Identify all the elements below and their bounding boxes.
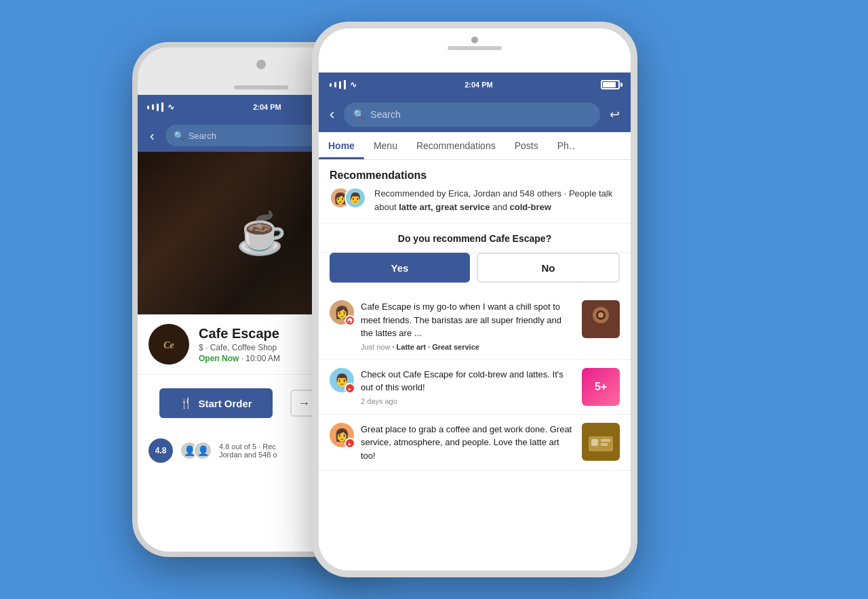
search-icon: 🔍 <box>174 131 184 141</box>
svg-rect-15 <box>601 439 610 442</box>
front-status-bar: ∿ 2:04 PM <box>319 73 631 97</box>
review-body-2: Check out Cafe Escape for cold-brew and … <box>361 368 575 405</box>
signal-bar-4 <box>161 102 163 112</box>
review-meta-1: Just now · Latte art · Great service <box>361 343 575 351</box>
phone-front: ∿ 2:04 PM ‹ 🔍 Search ↪ Home Menu <box>312 22 637 577</box>
review-thumb-2: 5+ <box>582 368 620 406</box>
review-text-1: Cafe Escape is my go-to when I want a ch… <box>361 300 575 340</box>
recommend-prompt: Do you recommend Cafe Escape? <box>319 224 631 253</box>
thumb-count: 5+ <box>582 368 620 406</box>
signal-bar-3 <box>157 104 159 111</box>
f-signal-bar-3 <box>339 81 341 89</box>
tab-posts[interactable]: Posts <box>505 132 548 159</box>
back-time: 2:04 PM <box>253 103 281 111</box>
svg-text:Ce: Ce <box>163 340 174 350</box>
order-icon: 🍴 <box>180 397 193 409</box>
svg-rect-14 <box>591 439 598 446</box>
front-back-button[interactable]: ‹ <box>327 103 337 126</box>
wifi-icon: ∿ <box>167 102 174 112</box>
avatar-stack: 👤 👤 <box>180 441 212 460</box>
tab-menu[interactable]: Menu <box>364 132 407 159</box>
f-signal-bar-1 <box>330 83 332 87</box>
cafe-hours: Open Now · 10:00 AM <box>199 354 280 363</box>
svg-text:▶: ▶ <box>349 441 351 445</box>
recommendations-header: Recommendations <box>319 160 631 187</box>
signal-bar-1 <box>147 106 149 109</box>
front-signal-icons: ∿ <box>330 80 357 89</box>
front-content: Recommendations 👩 👨 Recommended by Erica… <box>319 160 631 571</box>
cafe-meta: $ · Cafe, Coffee Shop <box>199 343 280 352</box>
svg-text:▶: ▶ <box>349 319 351 323</box>
f-signal-bar-4 <box>344 80 346 89</box>
front-time: 2:04 PM <box>465 81 493 89</box>
review-item-3: 👩 ▶ Great place to grab a coffee and get… <box>319 415 631 472</box>
back-camera <box>256 60 266 69</box>
front-tabs: Home Menu Recommendations Posts Ph… <box>319 132 631 160</box>
signal-icons: ∿ <box>147 102 174 112</box>
review-avatar-1: 👩 ▶ <box>330 300 354 325</box>
review-thumb-3 <box>582 423 620 461</box>
front-screen: ∿ 2:04 PM ‹ 🔍 Search ↪ Home Menu <box>319 73 631 571</box>
start-order-button[interactable]: 🍴 Start Order <box>159 388 273 418</box>
rec-avatar-2: 👨 <box>344 187 366 209</box>
front-speaker <box>448 46 502 50</box>
back-button[interactable]: ‹ <box>144 125 160 146</box>
front-wifi-icon: ∿ <box>350 80 357 89</box>
rating-badge: 4.8 <box>149 438 173 463</box>
front-camera <box>471 37 478 43</box>
signal-bar-2 <box>152 104 154 110</box>
review-badge-3: ▶ <box>344 438 355 449</box>
front-search-bar[interactable]: 🔍 Search <box>344 102 600 127</box>
yes-button[interactable]: Yes <box>330 253 470 283</box>
front-nav-bar: ‹ 🔍 Search ↪ <box>319 97 631 132</box>
review-item-1: 👩 ▶ Cafe Escape is my go-to when I want … <box>319 292 631 360</box>
rec-text: Recommended by Erica, Jordan and 548 oth… <box>374 187 620 213</box>
review-badge-2: ▶ <box>344 383 355 394</box>
search-label: Search <box>189 131 216 141</box>
review-meta-2: 2 days ago <box>361 397 575 405</box>
cafe-logo: Ce <box>149 324 189 365</box>
rating-text: 4.8 out of 5 · Rec Jordan and 548 o <box>219 442 277 459</box>
svg-rect-16 <box>601 443 608 446</box>
review-badge-1: ▶ <box>344 315 355 326</box>
tab-home[interactable]: Home <box>319 132 364 159</box>
review-text-2: Check out Cafe Escape for cold-brew and … <box>361 368 575 394</box>
cafe-details: Cafe Escape $ · Cafe, Coffee Shop Open N… <box>199 326 280 363</box>
review-body-3: Great place to grab a coffee and get wor… <box>361 423 575 463</box>
rec-summary: 👩 👨 Recommended by Erica, Jordan and 548… <box>319 187 631 224</box>
rec-avatars: 👩 👨 <box>330 187 366 209</box>
tab-recommendations[interactable]: Recommendations <box>407 132 505 159</box>
back-speaker <box>234 85 288 89</box>
review-thumb-1 <box>582 300 620 338</box>
no-button[interactable]: No <box>477 253 620 283</box>
svg-point-7 <box>598 312 604 318</box>
tab-photos[interactable]: Ph… <box>548 132 575 159</box>
cafe-name: Cafe Escape <box>199 326 280 342</box>
review-body-1: Cafe Escape is my go-to when I want a ch… <box>361 300 575 351</box>
svg-text:▶: ▶ <box>349 386 351 390</box>
front-share-button[interactable]: ↪ <box>607 104 623 125</box>
review-avatar-3: 👩 ▶ <box>330 423 354 447</box>
review-text-3: Great place to grab a coffee and get wor… <box>361 423 575 463</box>
front-battery-fill <box>603 82 616 87</box>
front-search-label: Search <box>370 109 400 120</box>
front-battery <box>601 80 620 89</box>
f-signal-bar-2 <box>334 82 336 87</box>
phone-top-bar <box>319 28 631 50</box>
rec-buttons: Yes No <box>319 253 631 292</box>
avatar-2: 👤 <box>193 441 212 460</box>
review-avatar-2: 👨 ▶ <box>330 368 354 392</box>
front-search-icon: 🔍 <box>353 109 365 120</box>
review-item-2: 👨 ▶ Check out Cafe Escape for cold-brew … <box>319 360 631 415</box>
